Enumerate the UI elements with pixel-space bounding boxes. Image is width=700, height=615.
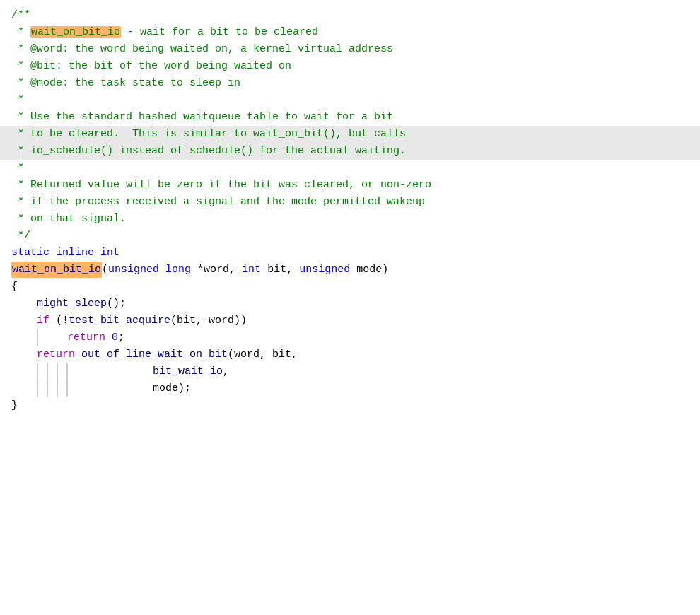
comment-text: * if the process received a signal and t… [11,194,425,210]
keyword-unsigned: unsigned [108,262,159,278]
fn-test-bit-acquire: test_bit_acquire [69,312,170,329]
comment-text: * @bit: the bit of the word being waited… [11,58,291,74]
code-line-24: } [0,397,700,414]
highlight-wait_on_bit_io: wait_on_bit_io [30,26,121,38]
fn-bit-wait-io: bit_wait_io [153,363,223,380]
comment-text: * Returned value will be zero if the bit… [11,177,431,193]
code-line-11: * Returned value will be zero if the bit… [0,177,700,194]
comment-text: * @mode: the task state to sleep in [11,75,240,91]
space [49,245,56,261]
code-line-4: * @bit: the bit of the word being waited… [0,58,700,75]
comment-text: * io_schedule() instead of schedule() fo… [11,143,406,159]
open-brace: { [11,279,18,295]
code-line-12: * if the process received a signal and t… [0,194,700,211]
keyword-int: int [100,245,119,261]
function-name: wait_on_bit_io [12,264,101,276]
code-line-10: * [0,160,700,177]
code-line-23: mode); [0,380,700,397]
code-line-3: * @word: the word being waited on, a ker… [0,41,700,58]
keyword-long: long [165,262,191,278]
code-line-7: * Use the standard hashed waitqueue tabl… [0,109,700,126]
space [94,245,100,261]
keyword-int-param: int [242,262,261,278]
keyword-inline: inline [56,245,94,261]
indent-pipe-2b [47,363,49,380]
comment-text: * on that signal. [11,211,126,227]
indent-pipe-1 [37,329,40,346]
fn-might-sleep: might_sleep [37,295,107,312]
code-line-15: static inline int [0,245,700,262]
keyword-if: if [37,312,49,329]
indent-pipe-2a [37,363,40,380]
code-line-5: * @mode: the task state to sleep in [0,75,700,92]
comment-text: * wait_on_bit_io - wait for a bit to be … [11,24,318,40]
code-line-17: { [0,279,700,295]
code-line-8: * to be cleared. This is similar to wait… [0,126,700,143]
comment-text: * Use the standard hashed waitqueue tabl… [11,109,393,125]
code-line-22: bit_wait_io, [0,363,700,380]
code-line-13: * on that signal. [0,211,700,228]
highlight-function-name: wait_on_bit_io [11,262,102,278]
indent-pipe-2d [66,363,69,380]
code-line-21: return out_of_line_wait_on_bit(word, bit… [0,346,700,363]
comment-text: * [11,92,24,108]
comment-text: /** [11,7,30,23]
indent-pipe-3d [66,380,69,397]
indent-pipe-3a [37,380,40,397]
keyword-return-2: return [37,346,75,363]
comment-text: * to be cleared. This is similar to wait… [11,126,406,142]
code-line-9: * io_schedule() instead of schedule() fo… [0,143,700,160]
comment-text: * @word: the word being waited on, a ker… [11,41,393,57]
code-line-20: return 0; [0,329,700,346]
code-line-1: /** [0,7,700,24]
comment-text: * [11,160,24,176]
indent-pipe-3c [57,380,59,397]
keyword-static: static [11,245,49,261]
number-zero: 0 [112,329,118,346]
code-line-14: */ [0,228,700,245]
close-brace: } [11,397,18,414]
code-line-2: * wait_on_bit_io - wait for a bit to be … [0,24,700,41]
fn-out-of-line: out_of_line_wait_on_bit [81,346,228,363]
keyword-return-1: return [67,329,105,346]
paren-open: ( [102,262,108,278]
keyword-unsigned-2: unsigned [299,262,350,278]
code-line-19: if (!test_bit_acquire(bit, word)) [0,312,700,329]
code-line-18: might_sleep(); [0,295,700,312]
indent-pipe-2c [57,363,59,380]
comment-text: */ [11,228,30,244]
indent-pipe-3b [47,380,49,397]
code-viewer: /** * wait_on_bit_io - wait for a bit to… [0,0,700,615]
code-line-6: * [0,92,700,109]
code-line-16: wait_on_bit_io(unsigned long *word, int … [0,262,700,279]
